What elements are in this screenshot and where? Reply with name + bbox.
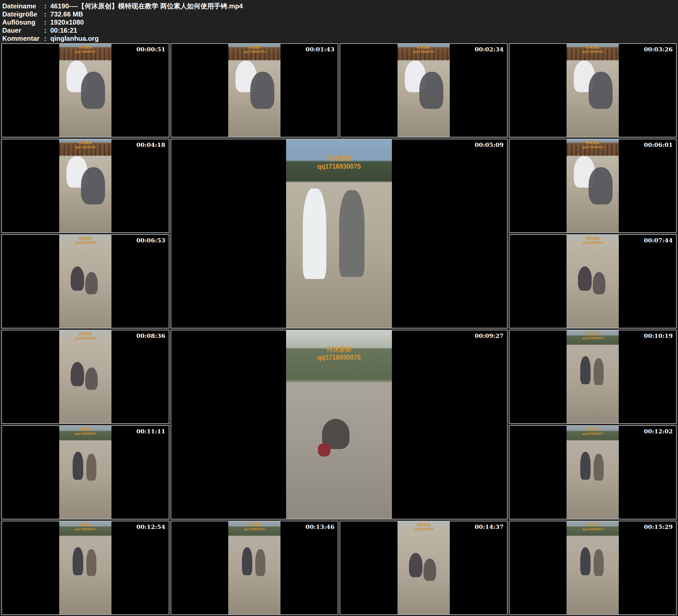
metadata-value-duration: 00:16:21 — [50, 26, 77, 34]
video-frame: 何沐原创 qq1716930075 — [59, 426, 111, 519]
thumbnail-cell: 何沐原创 qq1716930075 00:04:18 — [1, 139, 169, 233]
watermark-line1: 何沐原创 — [228, 45, 280, 50]
metadata-separator: : — [44, 18, 50, 26]
timestamp-overlay: 00:15:29 — [644, 523, 673, 530]
video-frame: 何沐原创 qq1716930075 — [59, 330, 111, 423]
timestamp-overlay: 00:09:27 — [475, 332, 503, 339]
metadata-separator: : — [44, 34, 50, 42]
watermark-line1: 何沐原创 — [59, 141, 111, 145]
watermark: 何沐原创 qq1716930075 — [567, 427, 619, 436]
file-metadata-header: Dateiname:46190----【何沐原创】模特现在教学 两位素人如何使用… — [0, 0, 678, 42]
thumbnail-cell: 何沐原创 qq1716930075 00:08:36 — [1, 330, 169, 424]
metadata-value-filesize: 732.66 MB — [50, 10, 83, 18]
thumbnail-cell: 何沐原创 qq1716930075 00:12:02 — [509, 425, 677, 519]
watermark: 何沐原创 qq1716930075 — [398, 45, 450, 53]
timestamp-overlay: 00:12:02 — [644, 428, 673, 435]
metadata-value-comment: qinglanhua.org — [50, 34, 99, 42]
metadata-separator: : — [44, 10, 50, 18]
watermark-line1: 何沐原创 — [59, 45, 111, 50]
watermark-line2: qq1716930075 — [286, 162, 392, 171]
thumbnail-cell: 何沐原创 qq1716930075 00:07:44 — [509, 234, 677, 329]
video-frame: 何沐原创 qq1716930075 — [228, 44, 280, 137]
watermark-line1: 何沐原创 — [567, 141, 619, 145]
timestamp-overlay: 00:07:44 — [644, 237, 673, 244]
watermark-line1: 何沐原创 — [567, 236, 619, 241]
watermark-line1: 何沐原创 — [286, 154, 392, 162]
thumbnail-cell: 何沐原创 qq1716930075 00:00:51 — [1, 43, 169, 138]
video-frame: 何沐原创 qq1716930075 — [286, 330, 392, 519]
timestamp-overlay: 00:06:53 — [136, 237, 165, 244]
watermark: 何沐原创 qq1716930075 — [59, 141, 111, 149]
thumbnail-cell: 何沐原创 qq1716930075 00:14:37 — [340, 521, 507, 615]
watermark-line2: qq1716930075 — [59, 241, 111, 244]
watermark: 何沐原创 qq1716930075 — [59, 427, 111, 436]
watermark-line2: qq1716930075 — [398, 50, 450, 53]
watermark-line1: 何沐原创 — [398, 523, 450, 527]
watermark-line2: qq1716930075 — [567, 432, 619, 436]
metadata-row-filename: Dateiname:46190----【何沐原创】模特现在教学 两位素人如何使用… — [2, 2, 678, 10]
watermark: 何沐原创 qq1716930075 — [286, 154, 392, 170]
watermark-line2: qq1716930075 — [59, 50, 111, 53]
video-frame: 何沐原创 qq1716930075 — [59, 44, 111, 137]
thumbnail-cell: 何沐原创 qq1716930075 00:06:53 — [1, 234, 169, 329]
watermark-line1: 何沐原创 — [567, 45, 619, 50]
watermark-line2: qq1716930075 — [567, 145, 619, 149]
video-frame: 何沐原创 qq1716930075 — [398, 521, 450, 614]
metadata-separator: : — [44, 2, 50, 10]
watermark-line1: 何沐原创 — [228, 523, 280, 527]
thumbnail-cell: 何沐原创 qq1716930075 00:01:43 — [171, 43, 339, 138]
thumbnail-cell: 何沐原创 qq1716930075 00:13:46 — [171, 521, 339, 615]
thumbnail-cell: 何沐原创 qq1716930075 00:15:29 — [509, 521, 677, 615]
metadata-row-comment: Kommentar:qinglanhua.org — [2, 34, 678, 42]
watermark-line2: qq1716930075 — [59, 432, 111, 436]
metadata-label: Kommentar — [2, 34, 44, 42]
watermark: 何沐原创 qq1716930075 — [59, 523, 111, 531]
metadata-label: Auflösung — [2, 18, 44, 26]
timestamp-overlay: 00:03:26 — [644, 46, 673, 53]
video-frame: 何沐原创 qq1716930075 — [228, 521, 280, 614]
video-frame: 何沐原创 qq1716930075 — [398, 44, 450, 137]
timestamp-overlay: 00:12:54 — [136, 523, 165, 530]
metadata-row-filesize: Dateigröße:732.66 MB — [2, 10, 678, 18]
watermark-line1: 何沐原创 — [567, 523, 619, 527]
metadata-separator: : — [44, 26, 50, 34]
watermark: 何沐原创 qq1716930075 — [286, 345, 392, 361]
video-frame: 何沐原创 qq1716930075 — [567, 44, 619, 137]
thumbnail-cell-large: 何沐原创 qq1716930075 00:05:09 — [171, 139, 507, 329]
video-frame: 何沐原创 qq1716930075 — [59, 521, 111, 614]
watermark-line2: qq1716930075 — [228, 50, 280, 53]
watermark: 何沐原创 qq1716930075 — [567, 523, 619, 531]
video-frame: 何沐原创 qq1716930075 — [567, 521, 619, 614]
watermark-line2: qq1716930075 — [228, 527, 280, 531]
watermark-line1: 何沐原创 — [567, 332, 619, 336]
watermark-line1: 何沐原创 — [286, 345, 392, 353]
timestamp-overlay: 00:08:36 — [136, 332, 165, 339]
video-frame: 何沐原创 qq1716930075 — [567, 139, 619, 232]
metadata-label: Dateigröße — [2, 10, 44, 18]
thumbnail-cell: 何沐原创 qq1716930075 00:06:01 — [509, 139, 677, 233]
thumbnail-cell: 何沐原创 qq1716930075 00:11:11 — [1, 425, 169, 519]
watermark: 何沐原创 qq1716930075 — [228, 523, 280, 531]
video-frame: 何沐原创 qq1716930075 — [567, 235, 619, 328]
video-frame: 何沐原创 qq1716930075 — [59, 139, 111, 232]
watermark: 何沐原创 qq1716930075 — [59, 236, 111, 244]
watermark-line1: 何沐原创 — [59, 523, 111, 527]
watermark-line2: qq1716930075 — [59, 336, 111, 340]
watermark-line2: qq1716930075 — [567, 527, 619, 531]
timestamp-overlay: 00:06:01 — [644, 141, 673, 148]
watermark: 何沐原创 qq1716930075 — [59, 332, 111, 340]
watermark-line2: qq1716930075 — [567, 50, 619, 53]
watermark-line1: 何沐原创 — [59, 427, 111, 432]
watermark: 何沐原创 qq1716930075 — [398, 523, 450, 531]
watermark: 何沐原创 qq1716930075 — [567, 332, 619, 340]
watermark-line1: 何沐原创 — [398, 45, 450, 50]
thumbnail-cell-large: 何沐原创 qq1716930075 00:09:27 — [171, 330, 507, 519]
watermark-line2: qq1716930075 — [286, 353, 392, 362]
watermark-line2: qq1716930075 — [59, 145, 111, 149]
video-frame: 何沐原创 qq1716930075 — [567, 330, 619, 423]
timestamp-overlay: 00:11:11 — [136, 428, 165, 435]
thumbnail-cell: 何沐原创 qq1716930075 00:12:54 — [1, 521, 169, 615]
watermark-line1: 何沐原创 — [59, 332, 111, 336]
timestamp-overlay: 00:02:34 — [475, 46, 503, 53]
metadata-row-duration: Dauer:00:16:21 — [2, 26, 678, 34]
